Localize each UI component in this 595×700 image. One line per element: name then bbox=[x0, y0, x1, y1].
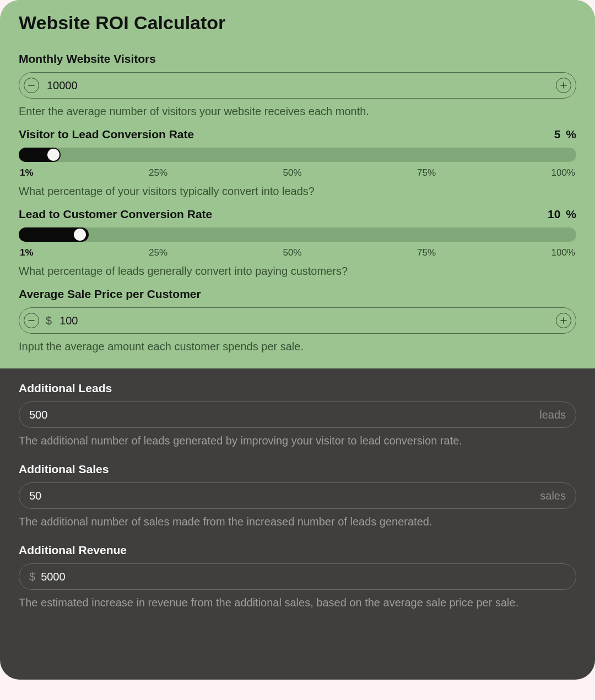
tick-label: 25% bbox=[149, 167, 167, 178]
add-rev-output: $ 5000 bbox=[19, 563, 576, 590]
tick-label: 50% bbox=[283, 167, 302, 178]
add-sales-unit: sales bbox=[540, 490, 566, 502]
v2l-label: Visitor to Lead Conversion Rate bbox=[19, 128, 194, 141]
visitors-helper: Enter the average number of visitors you… bbox=[19, 105, 576, 118]
add-sales-helper: The additional number of sales made from… bbox=[19, 515, 576, 528]
tick-label: 25% bbox=[149, 247, 167, 258]
plus-icon bbox=[560, 82, 567, 89]
add-rev-label: Additional Revenue bbox=[19, 544, 576, 557]
add-leads-label: Additional Leads bbox=[19, 382, 576, 395]
add-sales-output: 50 sales bbox=[19, 482, 576, 509]
field-lead-to-customer: Lead to Customer Conversion Rate 10 % 1%… bbox=[19, 208, 576, 278]
avg-sale-helper: Input the average amount each customer s… bbox=[19, 340, 576, 353]
v2l-helper: What percentage of your visitors typical… bbox=[19, 185, 576, 198]
v2l-slider-track[interactable] bbox=[19, 148, 576, 162]
l2c-slider[interactable]: 1% 25% 50% 75% 100% bbox=[19, 227, 576, 258]
page-title: Website ROI Calculator bbox=[19, 12, 576, 34]
l2c-unit: % bbox=[566, 208, 576, 221]
v2l-slider[interactable]: 1% 25% 50% 75% 100% bbox=[19, 148, 576, 178]
field-avg-sale: Average Sale Price per Customer $ Input … bbox=[19, 287, 576, 353]
visitors-stepper[interactable] bbox=[19, 72, 576, 99]
add-rev-value: 5000 bbox=[41, 571, 566, 583]
v2l-slider-thumb[interactable] bbox=[47, 149, 60, 161]
add-sales-value: 50 bbox=[29, 490, 534, 502]
minus-icon bbox=[28, 317, 35, 324]
l2c-value: 10 bbox=[548, 208, 560, 221]
field-additional-sales: Additional Sales 50 sales The additional… bbox=[19, 463, 576, 528]
tick-label: 75% bbox=[417, 247, 436, 258]
v2l-unit: % bbox=[566, 128, 576, 141]
avg-sale-label: Average Sale Price per Customer bbox=[19, 287, 576, 301]
add-rev-helper: The estimated increase in revenue from t… bbox=[19, 596, 576, 609]
add-leads-unit: leads bbox=[539, 409, 566, 421]
add-leads-output: 500 leads bbox=[19, 401, 576, 428]
visitors-input[interactable] bbox=[45, 79, 550, 92]
l2c-label: Lead to Customer Conversion Rate bbox=[19, 208, 212, 221]
roi-calculator-card: Website ROI Calculator Monthly Website V… bbox=[0, 0, 595, 680]
tick-label: 1% bbox=[20, 167, 34, 178]
tick-label: 50% bbox=[283, 247, 302, 258]
l2c-slider-thumb[interactable] bbox=[74, 229, 86, 241]
visitors-decrement-button[interactable] bbox=[24, 78, 39, 93]
avg-sale-currency: $ bbox=[46, 314, 52, 327]
tick-label: 1% bbox=[20, 247, 34, 258]
add-sales-label: Additional Sales bbox=[19, 463, 576, 476]
l2c-helper: What percentage of leads generally conve… bbox=[19, 265, 576, 278]
avg-sale-increment-button[interactable] bbox=[556, 313, 571, 328]
inputs-section: Website ROI Calculator Monthly Website V… bbox=[0, 0, 595, 368]
visitors-increment-button[interactable] bbox=[556, 78, 571, 93]
field-additional-leads: Additional Leads 500 leads The additiona… bbox=[19, 382, 576, 447]
l2c-value-display: 10 % bbox=[548, 208, 576, 221]
tick-label: 75% bbox=[417, 167, 436, 178]
avg-sale-decrement-button[interactable] bbox=[24, 313, 39, 328]
plus-icon bbox=[560, 317, 567, 324]
tick-label: 100% bbox=[551, 167, 575, 178]
v2l-ticks: 1% 25% 50% 75% 100% bbox=[19, 167, 576, 178]
field-visitors: Monthly Website Visitors Enter the avera… bbox=[19, 52, 576, 118]
visitors-label: Monthly Website Visitors bbox=[19, 52, 576, 66]
tick-label: 100% bbox=[551, 247, 575, 258]
field-additional-revenue: Additional Revenue $ 5000 The estimated … bbox=[19, 544, 576, 609]
add-leads-value: 500 bbox=[29, 409, 534, 421]
field-visitor-to-lead: Visitor to Lead Conversion Rate 5 % 1% 2… bbox=[19, 128, 576, 198]
v2l-value-display: 5 % bbox=[554, 128, 576, 141]
avg-sale-stepper[interactable]: $ bbox=[19, 307, 576, 334]
avg-sale-input[interactable] bbox=[57, 314, 550, 327]
v2l-value: 5 bbox=[554, 128, 561, 141]
l2c-ticks: 1% 25% 50% 75% 100% bbox=[19, 247, 576, 258]
add-rev-currency: $ bbox=[29, 571, 35, 583]
add-leads-helper: The additional number of leads generated… bbox=[19, 435, 576, 447]
outputs-section: Additional Leads 500 leads The additiona… bbox=[0, 368, 595, 680]
l2c-slider-track[interactable] bbox=[19, 227, 576, 242]
minus-icon bbox=[28, 82, 35, 89]
